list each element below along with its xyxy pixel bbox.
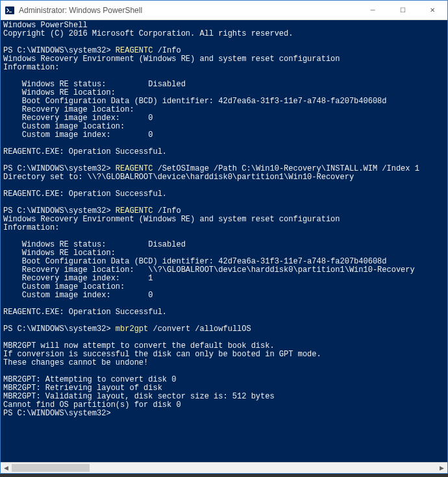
output-line: Windows Recovery Environment (Windows RE… [3, 215, 445, 224]
svg-rect-0 [5, 6, 14, 14]
scroll-right-arrow-icon[interactable]: ▶ [436, 463, 447, 474]
output-line: Information: [3, 224, 445, 232]
powershell-window: Administrator: Windows PowerShell ─ ☐ ✕ … [0, 0, 448, 474]
output-line: Information: [3, 64, 445, 72]
powershell-icon [5, 5, 15, 16]
output-line: Custom image index: 0 [3, 291, 445, 300]
window-title: Administrator: Windows PowerShell [19, 6, 358, 15]
scroll-thumb[interactable] [12, 464, 90, 472]
output-line: These changes cannot be undone! [3, 359, 445, 367]
terminal-output[interactable]: Windows PowerShellCopyright (C) 2016 Mic… [1, 20, 447, 462]
output-line: Custom image index: 0 [3, 131, 445, 140]
window-controls: ─ ☐ ✕ [358, 1, 447, 19]
close-button[interactable]: ✕ [417, 1, 447, 19]
output-line: Directory set to: \\?\GLOBALROOT\device\… [3, 173, 445, 182]
command-line: PS C:\WINDOWS\system32> mbr2gpt /convert… [3, 325, 445, 334]
minimize-button[interactable]: ─ [358, 1, 388, 19]
output-line: Windows Recovery Environment (Windows RE… [3, 55, 445, 64]
prompt-line: PS C:\WINDOWS\system32> [3, 410, 445, 418]
titlebar[interactable]: Administrator: Windows PowerShell ─ ☐ ✕ [1, 1, 447, 20]
output-line: REAGENTC.EXE: Operation Successful. [3, 308, 445, 317]
scroll-track[interactable] [12, 463, 436, 473]
maximize-button[interactable]: ☐ [388, 1, 417, 19]
scroll-left-arrow-icon[interactable]: ◀ [1, 463, 12, 474]
output-line: REAGENTC.EXE: Operation Successful. [3, 190, 445, 199]
horizontal-scrollbar[interactable]: ◀ ▶ [1, 462, 447, 473]
copyright-line: Copyright (C) 2016 Microsoft Corporation… [3, 30, 445, 38]
output-line: REAGENTC.EXE: Operation Successful. [3, 148, 445, 156]
